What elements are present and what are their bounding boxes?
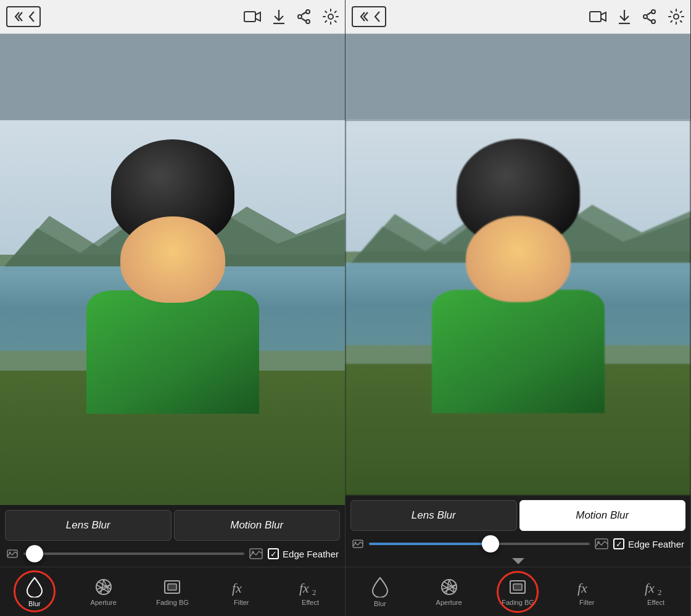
video-icon[interactable] [244, 10, 261, 23]
left-image-small-icon [6, 548, 19, 560]
svg-point-29 [674, 14, 679, 19]
left-nav-blur-label: Blur [28, 600, 41, 607]
right-slider-row: ✓ Edge Feather [346, 531, 690, 557]
right-bottom-ui: Lens Blur Motion Blur [346, 495, 690, 616]
svg-text:fx: fx [577, 580, 587, 596]
left-photo-area [0, 120, 345, 505]
right-blur-slider[interactable] [369, 543, 590, 545]
download-icon[interactable] [272, 9, 286, 25]
left-photo-landscape [0, 120, 345, 505]
right-effect-icon: fx 2 [644, 578, 668, 596]
svg-text:fx: fx [645, 580, 655, 596]
svg-rect-20 [168, 584, 176, 590]
right-aperture-icon [440, 578, 458, 596]
left-blur-type-row: Lens Blur Motion Blur [5, 510, 340, 541]
left-nav-aperture[interactable]: Aperture [69, 567, 138, 616]
right-nav-blur[interactable]: Blur [346, 567, 415, 616]
right-photo-area [346, 120, 690, 495]
right-panel: Lens Blur Motion Blur [346, 0, 691, 616]
left-preview-area [0, 34, 345, 120]
left-nav-blur[interactable]: Blur [0, 567, 69, 616]
svg-point-4 [298, 15, 302, 18]
nav-back-box[interactable] [6, 6, 41, 27]
left-bottom-nav: Blur Aperture [0, 567, 345, 616]
right-toolbar-nav [352, 6, 386, 27]
left-bottom-ui: Lens Blur Motion Blur [0, 505, 345, 616]
right-dropdown-indicator [346, 557, 690, 567]
right-video-icon[interactable] [589, 10, 606, 23]
left-nav-aperture-label: Aperture [91, 599, 117, 606]
right-nav-effect-label: Effect [647, 599, 664, 606]
right-settings-icon[interactable] [668, 9, 684, 25]
right-nav-filter[interactable]: fx Filter [552, 567, 621, 616]
right-chevron-left-icon[interactable] [373, 10, 381, 23]
svg-rect-0 [244, 12, 255, 22]
settings-icon[interactable] [323, 9, 339, 25]
svg-rect-45 [513, 584, 522, 590]
right-blur-type-row: Lens Blur Motion Blur [350, 500, 685, 531]
right-double-chevron-left-icon[interactable] [357, 10, 370, 23]
right-motion-blur-button[interactable]: Motion Blur [519, 500, 686, 531]
left-lens-blur-button[interactable]: Lens Blur [5, 510, 172, 541]
left-toolbar [0, 0, 345, 34]
left-blur-slider[interactable] [23, 552, 244, 555]
left-nav-filter-label: Filter [234, 599, 249, 606]
right-download-icon[interactable] [618, 9, 631, 25]
right-edge-feather-label: ✓ Edge Feather [613, 538, 684, 549]
right-bottom-nav: Blur Aperture [346, 567, 690, 616]
svg-text:fx: fx [232, 580, 242, 596]
right-nav-fading-bg-label: Fading BG [502, 599, 534, 606]
svg-point-26 [652, 10, 655, 14]
svg-point-3 [306, 20, 310, 23]
right-share-icon[interactable] [642, 9, 657, 25]
right-blur-icon [371, 577, 389, 598]
left-edge-feather-text: Edge Feather [283, 549, 339, 559]
right-toolbar-actions [589, 9, 684, 25]
left-toolbar-nav [6, 6, 41, 27]
right-nav-fading-bg[interactable]: Fading BG [484, 567, 553, 616]
svg-text:2: 2 [658, 588, 662, 596]
left-blur-icon [26, 577, 43, 598]
svg-point-27 [652, 20, 655, 23]
svg-marker-36 [512, 558, 524, 564]
svg-point-33 [355, 542, 357, 544]
left-image-large-icon [249, 547, 263, 561]
left-filter-icon: fx [231, 578, 252, 596]
svg-text:2: 2 [312, 588, 317, 596]
left-panel: Lens Blur Motion Blur [0, 0, 346, 616]
right-nav-aperture-label: Aperture [436, 599, 462, 606]
right-fading-bg-icon [508, 578, 527, 596]
left-fading-bg-icon [163, 578, 181, 596]
right-nav-aperture[interactable]: Aperture [415, 567, 484, 616]
left-nav-fading-bg-label: Fading BG [156, 599, 189, 606]
right-toolbar [346, 0, 690, 34]
right-nav-effect[interactable]: fx 2 Effect [621, 567, 690, 616]
left-toolbar-actions [244, 9, 339, 25]
right-nav-filter-label: Filter [579, 599, 594, 606]
svg-point-2 [306, 10, 310, 14]
svg-point-9 [9, 552, 11, 554]
share-icon[interactable] [297, 9, 312, 25]
left-nav-effect[interactable]: fx 2 Effect [276, 567, 345, 616]
right-edge-feather-checkbox[interactable]: ✓ [613, 538, 624, 549]
svg-text:fx: fx [299, 580, 309, 596]
right-image-small-icon [352, 538, 364, 550]
chevron-left-icon[interactable] [27, 10, 36, 23]
right-filter-icon: fx [576, 578, 597, 596]
right-image-large-icon [595, 537, 608, 551]
svg-rect-24 [590, 12, 601, 22]
right-slider-thumb[interactable] [482, 535, 499, 552]
left-nav-effect-label: Effect [302, 599, 319, 606]
svg-point-35 [597, 541, 600, 544]
left-slider-row: ✓ Edge Feather [0, 541, 345, 567]
right-photo-landscape [346, 120, 690, 495]
left-motion-blur-button[interactable]: Motion Blur [174, 510, 341, 541]
right-edge-feather-text: Edge Feather [628, 539, 684, 549]
left-nav-filter[interactable]: fx Filter [207, 567, 276, 616]
right-preview-area [346, 34, 690, 120]
right-nav-back-box[interactable] [352, 6, 386, 27]
double-chevron-left-icon[interactable] [11, 10, 25, 23]
left-edge-feather-checkbox[interactable]: ✓ [268, 548, 279, 559]
right-lens-blur-button[interactable]: Lens Blur [350, 500, 517, 531]
left-nav-fading-bg[interactable]: Fading BG [138, 567, 207, 616]
